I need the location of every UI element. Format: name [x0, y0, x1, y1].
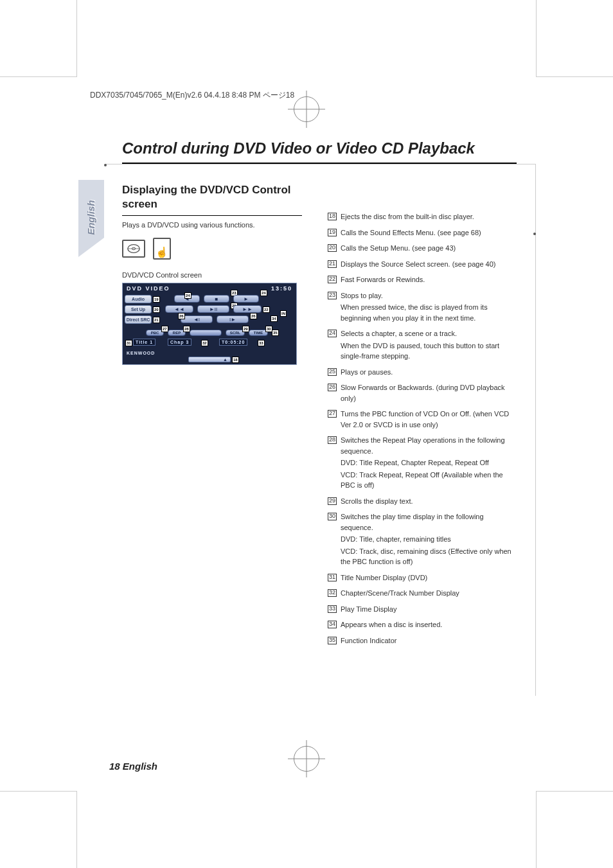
callout-number: 23	[328, 292, 337, 299]
callout-number: 24	[328, 330, 337, 337]
description-text: Turns the PBC function of VCD On or Off.…	[341, 409, 517, 430]
callout-ind: IN	[280, 310, 287, 317]
description-text: Chapter/Scene/Track Number Display	[341, 588, 517, 599]
description-item: 21Displays the Source Select screen. (se…	[328, 259, 517, 270]
description-item: 32Chapter/Scene/Track Number Display	[328, 588, 517, 599]
callout-number: 20	[328, 244, 337, 252]
description-text: Scrolls the display text.	[341, 496, 517, 507]
audio-button[interactable]: Audio	[125, 295, 152, 303]
callout-number: 19	[328, 229, 337, 236]
print-header: DDX7035/7045/7065_M(En)v2.6 04.4.18 8:48…	[90, 90, 517, 101]
description-text: Calls the Sound Effects Menu. (see page …	[341, 227, 517, 238]
description-item: 29Scrolls the display text.	[328, 496, 517, 507]
callout-26a: 26	[178, 313, 185, 319]
slow-back-button[interactable]: ◄I	[181, 315, 213, 323]
next-button[interactable]: ►	[233, 295, 259, 303]
callout-number: 26	[328, 384, 337, 391]
description-item: 35Function Indicator	[328, 635, 517, 646]
description-item: 30Switches the play time display in the …	[328, 511, 517, 567]
callout-number: 21	[328, 260, 337, 268]
playtime-display: T0:05:20	[219, 339, 247, 346]
description-item: 22Fast Forwards or Rewinds.	[328, 274, 517, 285]
description-text: Title Number Display (DVD)	[341, 572, 517, 583]
description-item: 25Plays or pauses.	[328, 367, 517, 378]
description-text: Stops to play.When pressed twice, the di…	[341, 290, 517, 324]
page-footer: 18 English	[109, 761, 157, 772]
page-frame: DDX7035/7045/7065_M(En)v2.6 04.4.18 8:48…	[77, 77, 536, 791]
language-tab: English	[78, 180, 104, 257]
description-item: 28Switches the Repeat Play operations in…	[328, 435, 517, 491]
description-text: Calls the Setup Menu. (see page 43)	[341, 243, 517, 254]
brand-label: KENWOOD	[127, 351, 155, 355]
setup-button[interactable]: Set Up	[125, 305, 152, 314]
language-label: English	[85, 200, 96, 235]
description-item: 19Calls the Sound Effects Menu. (see pag…	[328, 227, 517, 238]
description-subtext: VCD: Track, disc, remaining discs (Effec…	[341, 546, 517, 567]
slow-fwd-button[interactable]: I►	[217, 315, 249, 323]
callout-32: 32	[201, 340, 208, 346]
description-text: Switches the play time display in the fo…	[341, 511, 517, 567]
page-title: Control during DVD Video or Video CD Pla…	[122, 139, 517, 157]
rewind-button[interactable]: ◄◄	[165, 305, 193, 313]
callout-24a: 24	[184, 292, 191, 299]
callout-number: 28	[328, 436, 337, 444]
callout-number: 33	[328, 605, 337, 613]
callout-18: 18	[232, 357, 239, 363]
description-item: 33Play Time Display	[328, 604, 517, 615]
direct-src-button[interactable]: Direct SRC	[125, 315, 152, 324]
description-item: 27Turns the PBC function of VCD On or Of…	[328, 409, 517, 430]
description-text: Selects a chapter, a scene or a track.Wh…	[341, 328, 517, 362]
callout-34: 34	[271, 315, 278, 322]
eject-button[interactable]: ▲	[188, 357, 231, 362]
description-item: 31Title Number Display (DVD)	[328, 572, 517, 583]
description-text: Slow Forwards or Backwards. (during DVD …	[341, 382, 517, 403]
description-text: Ejects the disc from the built-in disc p…	[341, 211, 517, 222]
callout-31: 31	[125, 340, 132, 346]
callout-number: 25	[328, 368, 337, 376]
callout-number: 34	[328, 621, 337, 628]
description-subtext: When pressed twice, the disc is played f…	[341, 302, 517, 323]
callout-33: 33	[258, 340, 265, 346]
description-item: 34Appears when a disc is inserted.	[328, 619, 517, 630]
description-text: Displays the Source Select screen. (see …	[341, 259, 517, 270]
description-text: Switches the Repeat Play operations in t…	[341, 435, 517, 491]
callout-number: 32	[328, 589, 337, 597]
screen-caption: DVD/VCD Control screen	[122, 271, 302, 279]
description-item: 26Slow Forwards or Backwards. (during DV…	[328, 382, 517, 403]
mode-label: DVD VIDEO	[127, 285, 170, 292]
clock-label: 13:50	[271, 285, 292, 292]
play-pause-button[interactable]: ►II	[197, 305, 229, 313]
description-item: 18Ejects the disc from the built-in disc…	[328, 211, 517, 222]
description-text: Play Time Display	[341, 604, 517, 615]
description-item: 23Stops to play.When pressed twice, the …	[328, 290, 517, 324]
callout-number: 30	[328, 513, 337, 520]
blank-pill[interactable]	[190, 330, 222, 336]
description-subtext: When the DVD is paused, touch this butto…	[341, 341, 517, 362]
callout-21: 21	[153, 317, 160, 323]
callout-19: 19	[153, 296, 160, 303]
section-heading: Displaying the DVD/VCD Control screen	[122, 183, 302, 211]
callout-number: 18	[328, 213, 337, 220]
description-text: Appears when a disc is inserted.	[341, 619, 517, 630]
description-text: Fast Forwards or Rewinds.	[341, 274, 517, 285]
callout-number: 27	[328, 410, 337, 418]
description-subtext: DVD: Title, chapter, remaining titles	[341, 534, 517, 545]
callout-number: 35	[328, 637, 337, 644]
description-subtext: DVD: Title Repeat, Chapter Repeat, Repea…	[341, 457, 517, 468]
callout-22: 22	[263, 306, 270, 313]
description-item: 20Calls the Setup Menu. (see page 43)	[328, 243, 517, 254]
callout-35: 35	[272, 330, 279, 336]
fastfwd-button[interactable]: ►►	[233, 305, 262, 313]
callout-24b: 24	[260, 290, 267, 296]
description-item: 24Selects a chapter, a scene or a track.…	[328, 328, 517, 362]
callout-number: 29	[328, 497, 337, 505]
stop-button[interactable]: ■	[204, 295, 229, 303]
description-text: Function Indicator	[341, 635, 517, 646]
title-display: Title 1	[133, 339, 155, 346]
description-subtext: VCD: Track Repeat, Repeat Off (Available…	[341, 470, 517, 491]
header-text: DDX7035/7045/7065_M(En)v2.6 04.4.18 8:48…	[90, 91, 294, 100]
callout-20: 20	[153, 306, 160, 313]
disc-icon	[122, 240, 145, 258]
callout-number: 22	[328, 276, 337, 283]
description-text: Plays or pauses.	[341, 367, 517, 378]
